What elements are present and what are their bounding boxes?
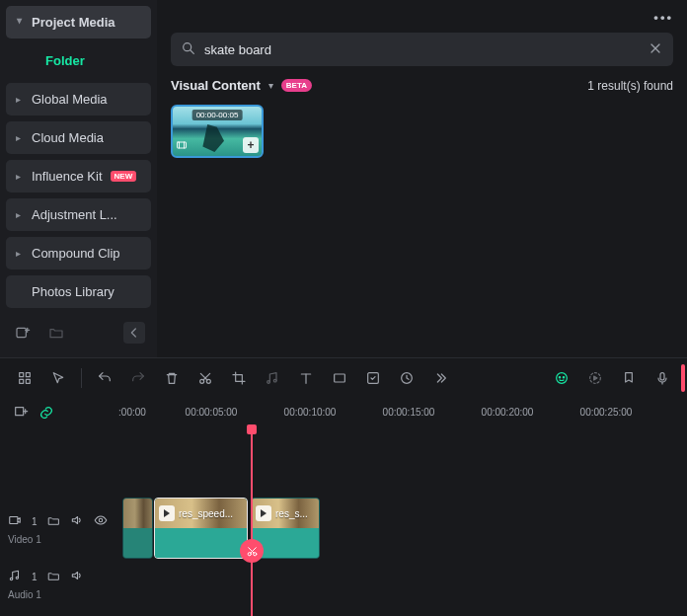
grid-icon[interactable] — [10, 363, 39, 393]
selection-tool-icon[interactable] — [43, 363, 73, 393]
ruler-tick: :00:00 — [118, 407, 146, 418]
media-sidebar: ▸ Project Media Folder ▸ Global Media ▸ … — [0, 0, 157, 357]
track-index: 1 — [32, 572, 38, 582]
chevron-right-icon: ▸ — [16, 132, 24, 143]
svg-marker-27 — [594, 376, 597, 380]
marker-icon[interactable] — [614, 363, 644, 393]
more-tools-icon[interactable] — [425, 363, 455, 393]
svg-point-18 — [267, 380, 270, 383]
filter-dropdown-label[interactable]: Visual Content — [171, 78, 261, 93]
chevron-down-icon[interactable]: ▾ — [268, 80, 273, 91]
collapse-sidebar-icon[interactable] — [123, 322, 145, 344]
sidebar-item-global-media[interactable]: ▸ Global Media — [6, 83, 151, 116]
lock-indicator — [681, 364, 685, 392]
timeline-toolbar — [0, 357, 687, 397]
redo-icon[interactable] — [123, 363, 153, 393]
track-index: 1 — [32, 516, 38, 527]
ruler-tick: 00:00:05:00 — [186, 407, 238, 418]
add-to-timeline-icon[interactable]: + — [243, 137, 259, 153]
chevron-right-icon: ▸ — [16, 248, 24, 259]
sidebar-item-compound-clip[interactable]: ▸ Compound Clip — [6, 237, 151, 270]
video-track-icon — [8, 513, 22, 530]
audio-track-icon — [8, 569, 22, 585]
folder-icon[interactable] — [47, 570, 60, 585]
delete-icon[interactable] — [157, 363, 187, 393]
audio-beat-icon[interactable] — [258, 363, 287, 393]
visibility-icon[interactable] — [94, 513, 108, 530]
sidebar-item-label: Compound Clip — [32, 246, 120, 261]
media-thumbnail[interactable]: 00:00-00:05 + — [171, 105, 264, 158]
track-label: Audio 1 — [8, 589, 118, 600]
svg-rect-13 — [26, 379, 30, 383]
svg-point-19 — [273, 379, 276, 382]
undo-icon[interactable] — [90, 363, 119, 393]
sidebar-item-cloud-media[interactable]: ▸ Cloud Media — [6, 121, 151, 154]
split-clip-icon[interactable] — [240, 539, 264, 563]
sidebar-item-label: Influence Kit — [32, 169, 103, 184]
mute-icon[interactable] — [70, 513, 84, 530]
sidebar-item-folder[interactable]: Folder — [6, 44, 151, 77]
chevron-right-icon: ▸ — [16, 209, 24, 220]
text-icon[interactable] — [291, 363, 321, 393]
video-track: 1 Video 1 res_speed...res_s... — [0, 498, 687, 561]
sidebar-item-label: Project Media — [32, 15, 115, 30]
new-folder-icon[interactable] — [45, 322, 67, 344]
svg-point-24 — [559, 376, 560, 377]
effects-icon[interactable] — [358, 363, 388, 393]
more-menu-icon[interactable]: ••• — [653, 10, 673, 25]
clear-search-icon[interactable] — [648, 40, 663, 59]
clip-play-icon — [159, 505, 175, 521]
sidebar-item-photos-library[interactable]: Photos Library — [6, 275, 151, 308]
sidebar-item-influence-kit[interactable]: ▸ Influence Kit NEW — [6, 160, 151, 192]
speed-icon[interactable] — [392, 363, 421, 393]
search-bar[interactable] — [171, 33, 673, 66]
sidebar-item-label: Cloud Media — [32, 130, 104, 145]
svg-point-3 — [184, 42, 191, 50]
timeline: :00:0000:00:05:0000:00:10:0000:00:15:000… — [0, 397, 687, 616]
folder-icon[interactable] — [47, 514, 60, 530]
search-input[interactable] — [204, 42, 648, 57]
crop-icon[interactable] — [224, 363, 254, 393]
svg-point-39 — [10, 578, 12, 579]
sidebar-item-adjustment-layer[interactable]: ▸ Adjustment L... — [6, 198, 151, 231]
thumbnail-duration: 00:00-00:05 — [192, 110, 243, 120]
playhead[interactable] — [251, 428, 253, 616]
timeline-clip[interactable] — [122, 498, 153, 559]
add-media-icon[interactable] — [12, 322, 34, 344]
mute-icon[interactable] — [70, 569, 84, 585]
link-icon[interactable] — [34, 400, 59, 425]
ruler-tick: 00:00:10:00 — [284, 407, 337, 418]
sidebar-item-label: Adjustment L... — [32, 207, 117, 222]
svg-rect-12 — [20, 379, 24, 383]
content-pane: ••• Visual Content ▾ BETA 1 result(s) fo… — [157, 0, 687, 357]
aspect-icon[interactable] — [325, 363, 354, 393]
clip-name: res_s... — [275, 508, 308, 519]
sidebar-item-label: Photos Library — [32, 284, 114, 299]
chevron-right-icon: ▸ — [16, 171, 24, 182]
beta-badge: BETA — [281, 79, 312, 92]
clip-name: res_speed... — [179, 508, 233, 519]
timeline-ruler[interactable]: :00:0000:00:05:0000:00:10:0000:00:15:000… — [113, 397, 687, 428]
auto-reframe-icon[interactable] — [8, 400, 34, 425]
chevron-right-icon: ▸ — [16, 94, 24, 105]
audio-track: 1 Audio 1 — [0, 561, 687, 608]
svg-rect-11 — [26, 372, 30, 376]
results-count: 1 result(s) found — [587, 79, 673, 93]
svg-point-38 — [99, 518, 103, 522]
ruler-tick: 00:00:15:00 — [383, 407, 435, 418]
audio-lane[interactable] — [118, 561, 687, 608]
ai-assistant-icon[interactable] — [547, 363, 576, 393]
svg-rect-30 — [16, 408, 24, 416]
timeline-clip[interactable]: res_speed... — [154, 498, 248, 559]
svg-point-23 — [557, 372, 568, 383]
voiceover-icon[interactable] — [648, 363, 677, 393]
track-label: Video 1 — [8, 534, 118, 545]
sidebar-item-project-media[interactable]: ▸ Project Media — [6, 6, 151, 38]
chevron-down-icon: ▸ — [15, 19, 26, 27]
sidebar-item-label: Global Media — [32, 92, 108, 107]
ruler-tick: 00:00:20:00 — [482, 407, 534, 418]
playhead-handle[interactable] — [247, 424, 257, 434]
render-icon[interactable] — [580, 363, 610, 393]
video-lane[interactable]: res_speed...res_s... — [118, 498, 687, 561]
cut-icon[interactable] — [191, 363, 220, 393]
